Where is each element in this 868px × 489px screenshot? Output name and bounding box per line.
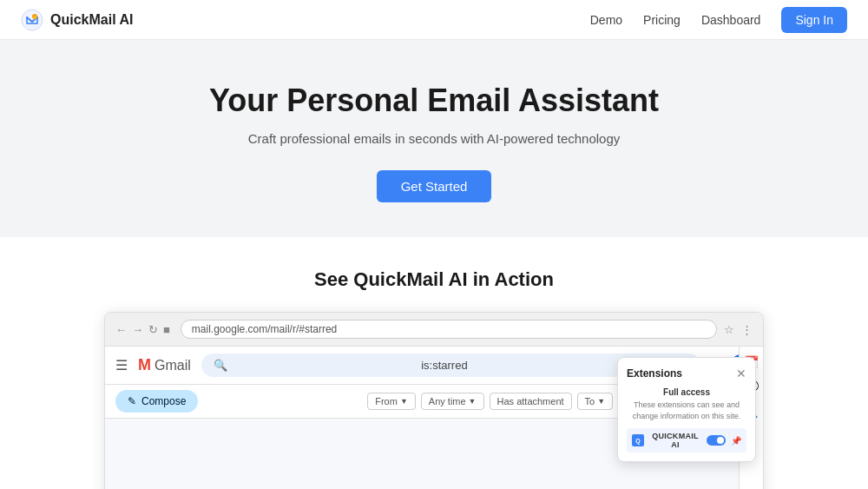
hero-subtitle: Craft professional emails in seconds wit… — [21, 131, 847, 146]
reload-icon[interactable]: ↻ — [148, 323, 158, 336]
extensions-popup-close-icon[interactable]: ✕ — [736, 367, 746, 380]
signin-button[interactable]: Sign In — [781, 7, 847, 33]
demo-section: See QuickMail AI in Action ← → ↻ ■ mail.… — [0, 237, 868, 489]
browser-mockup: ← → ↻ ■ mail.google.com/mail/r/#starred … — [104, 312, 764, 489]
gmail-container: ☰ M Gmail 🔍 is:starred ✕ ⚙ ⋮ H — [105, 347, 763, 489]
extensions-icon[interactable]: ■ — [163, 323, 170, 336]
demo-title: See QuickMail AI in Action — [21, 268, 847, 291]
address-text: mail.google.com/mail/r/#starred — [192, 323, 337, 335]
filter-to-chevron: ▼ — [597, 397, 605, 406]
quickmail-toggle[interactable] — [707, 435, 726, 446]
gmail-search-icon: 🔍 — [214, 359, 227, 372]
browser-right-icons: ☆ ⋮ — [724, 323, 753, 336]
browser-menu-icon[interactable]: ⋮ — [741, 323, 753, 336]
gmail-search-text: is:starred — [234, 359, 654, 372]
navbar: ⚡ QuickMail AI Demo Pricing Dashboard Si… — [0, 0, 868, 40]
gmail-menu-icon[interactable]: ☰ — [115, 357, 128, 373]
gmail-compose-button[interactable]: ✎ Compose — [115, 390, 198, 413]
filter-has-attachment[interactable]: Has attachment — [490, 393, 572, 410]
filter-from[interactable]: From ▼ — [367, 393, 416, 410]
svg-point-0 — [22, 10, 43, 30]
browser-address-bar[interactable]: mail.google.com/mail/r/#starred — [181, 320, 717, 339]
compose-edit-icon: ✎ — [128, 395, 136, 407]
forward-icon[interactable]: → — [132, 323, 143, 336]
back-icon[interactable]: ← — [115, 323, 127, 336]
gmail-logo-text: Gmail — [155, 358, 191, 373]
filter-from-chevron: ▼ — [400, 397, 408, 406]
svg-text:⚡: ⚡ — [32, 14, 38, 20]
quickmail-logo-icon: Q — [632, 434, 644, 446]
brand-logo-icon: ⚡ — [21, 9, 43, 31]
nav-link-dashboard[interactable]: Dashboard — [701, 13, 761, 27]
compose-label: Compose — [141, 395, 186, 407]
hero-title: Your Personal Email Assistant — [21, 82, 847, 119]
browser-controls: ← → ↻ ■ — [115, 323, 170, 336]
navbar-links: Demo Pricing Dashboard Sign In — [590, 7, 847, 33]
nav-link-demo[interactable]: Demo — [590, 13, 622, 27]
filter-any-time[interactable]: Any time ▼ — [421, 393, 484, 410]
brand-name: QuickMail AI — [50, 12, 133, 28]
extensions-access-title: Full access — [627, 387, 746, 397]
extensions-popup-title: Extensions — [627, 367, 682, 380]
extensions-quickmail-item: Q QUICKMAIL AI 📌 — [627, 428, 746, 453]
filter-to[interactable]: To ▼ — [577, 393, 614, 410]
quickmail-item-name: QUICKMAIL AI — [649, 432, 701, 449]
filter-anytime-chevron: ▼ — [469, 397, 477, 406]
extensions-access-desc: These extensions can see and change info… — [627, 400, 746, 421]
brand: ⚡ QuickMail AI — [21, 9, 133, 31]
extensions-popup-header: Extensions ✕ — [627, 367, 746, 380]
gmail-logo: M Gmail — [138, 356, 191, 374]
nav-link-pricing[interactable]: Pricing — [643, 13, 681, 27]
browser-toolbar: ← → ↻ ■ mail.google.com/mail/r/#starred … — [105, 313, 763, 347]
bookmark-icon[interactable]: ☆ — [724, 323, 734, 336]
extensions-popup: Extensions ✕ Full access These extension… — [617, 357, 756, 462]
get-started-button[interactable]: Get Started — [377, 170, 492, 202]
hero-section: Your Personal Email Assistant Craft prof… — [0, 40, 868, 237]
gmail-logo-m: M — [138, 356, 151, 374]
quickmail-pin-icon[interactable]: 📌 — [731, 436, 741, 446]
